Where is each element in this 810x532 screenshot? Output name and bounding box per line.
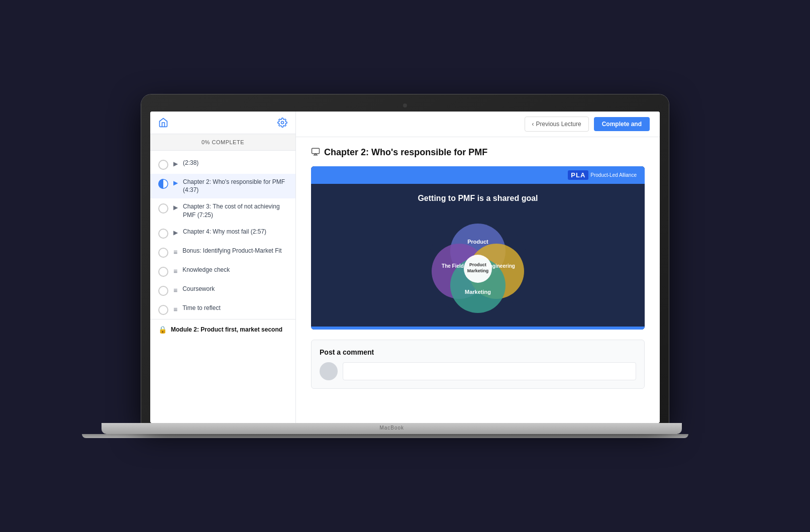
chevron-left-icon: ‹ xyxy=(532,121,534,128)
item-label: Bonus: Identifying Product-Market Fit xyxy=(182,247,281,255)
item-status-circle xyxy=(158,267,168,277)
svg-text:Marketing: Marketing xyxy=(465,289,491,295)
slide-header: PLA Product-Led Alliance xyxy=(311,166,645,184)
screen: 0% COMPLETE ▶ (2:38) xyxy=(150,112,660,423)
item-status-circle xyxy=(158,203,168,214)
venn-diagram: Product The Field Engineering Marketing … xyxy=(408,211,548,316)
home-icon[interactable] xyxy=(158,118,168,128)
macbook-bottom-bar xyxy=(102,423,682,434)
text-icon: ≡ xyxy=(173,267,177,275)
complete-label: Complete and xyxy=(602,121,642,128)
svg-rect-6 xyxy=(312,148,320,154)
list-item[interactable]: ≡ Bonus: Identifying Product-Market Fit xyxy=(150,243,295,262)
text-icon: ≡ xyxy=(173,305,177,313)
video-icon: ▶ xyxy=(173,204,178,211)
main-content: ‹ Previous Lecture Complete and xyxy=(296,112,660,423)
camera xyxy=(403,103,407,108)
video-icon-inline xyxy=(311,147,320,158)
list-item[interactable]: ▶ (2:38) xyxy=(150,155,295,174)
item-label: Chapter 3: The cost of not achieving PMF… xyxy=(183,202,287,220)
slide-title: Getting to PMF is a shared goal xyxy=(418,194,538,203)
item-status-half xyxy=(158,179,168,189)
prev-lecture-button[interactable]: ‹ Previous Lecture xyxy=(525,117,589,132)
list-item[interactable]: ≡ Coursework xyxy=(150,281,295,300)
text-icon: ≡ xyxy=(173,248,177,256)
item-label: (2:38) xyxy=(183,159,198,167)
list-item[interactable]: ▶ Chapter 3: The cost of not achieving P… xyxy=(150,198,295,224)
video-icon: ▶ xyxy=(173,179,178,186)
module-label: Module 2: Product first, market second xyxy=(171,326,282,333)
sidebar-content: ▶ (2:38) xyxy=(150,151,295,423)
lock-icon: 🔒 xyxy=(158,326,167,334)
progress-bar: 0% COMPLETE xyxy=(150,134,295,151)
macbook-foot xyxy=(82,434,689,438)
lecture-title: Chapter 2: Who's responsible for PMF xyxy=(311,147,645,158)
item-status-circle xyxy=(158,229,168,239)
lecture-title-text: Chapter 2: Who's responsible for PMF xyxy=(324,147,487,158)
macbook-wrapper: 0% COMPLETE ▶ (2:38) xyxy=(141,94,669,438)
list-item[interactable]: ▶ Chapter 2: Who's responsible for PMF (… xyxy=(150,174,295,199)
svg-text:Marketing: Marketing xyxy=(467,268,489,273)
comment-section: Post a comment xyxy=(311,340,645,389)
item-label: Knowledge check xyxy=(182,266,230,274)
sidebar: 0% COMPLETE ▶ (2:38) xyxy=(150,112,296,423)
item-status-circle xyxy=(158,286,168,296)
comment-input-row xyxy=(320,362,636,380)
text-icon: ≡ xyxy=(173,286,177,294)
main-body: Chapter 2: Who's responsible for PMF PLA… xyxy=(296,137,660,423)
main-header: ‹ Previous Lecture Complete and xyxy=(296,112,660,137)
svg-text:The Field: The Field xyxy=(442,263,464,269)
screen-bezel: 0% COMPLETE ▶ (2:38) xyxy=(141,94,669,423)
slide-footer-bar xyxy=(311,327,645,330)
item-label: Coursework xyxy=(182,285,215,293)
sidebar-header xyxy=(150,112,295,134)
slide-body: Getting to PMF is a shared goal xyxy=(311,184,645,327)
complete-button[interactable]: Complete and xyxy=(594,117,650,131)
pla-badge-text: PLA xyxy=(568,170,588,180)
progress-label: COMPLETE xyxy=(212,139,244,145)
list-item[interactable]: ▶ Chapter 4: Why most fail (2:57) xyxy=(150,224,295,243)
item-label: Chapter 2: Who's responsible for PMF (4:… xyxy=(183,178,287,195)
svg-text:Product: Product xyxy=(469,262,486,267)
item-status-circle xyxy=(158,248,168,258)
svg-point-0 xyxy=(281,121,284,124)
user-avatar xyxy=(320,362,338,380)
pla-tagline: Product-Led Alliance xyxy=(590,172,637,178)
progress-percent: 0% xyxy=(201,139,210,145)
gear-icon[interactable] xyxy=(277,118,287,128)
item-label: Time to reflect xyxy=(182,304,221,312)
list-item[interactable]: ≡ Time to reflect xyxy=(150,300,295,319)
item-status-circle xyxy=(158,160,168,170)
svg-text:Engineering: Engineering xyxy=(486,263,515,269)
svg-text:Product: Product xyxy=(467,239,488,245)
prev-lecture-label: Previous Lecture xyxy=(536,121,581,128)
video-icon: ▶ xyxy=(173,229,178,236)
list-item[interactable]: ≡ Knowledge check xyxy=(150,262,295,281)
app-container: 0% COMPLETE ▶ (2:38) xyxy=(150,112,660,423)
comment-section-title: Post a comment xyxy=(320,348,636,356)
slide-container: PLA Product-Led Alliance Getting to PMF … xyxy=(311,166,645,330)
module-header: 🔒 Module 2: Product first, market second xyxy=(150,319,295,338)
item-status-circle xyxy=(158,305,168,315)
pla-logo: PLA Product-Led Alliance xyxy=(568,170,637,180)
item-label: Chapter 4: Why most fail (2:57) xyxy=(183,228,266,236)
video-icon: ▶ xyxy=(173,160,178,167)
comment-input[interactable] xyxy=(343,362,636,380)
